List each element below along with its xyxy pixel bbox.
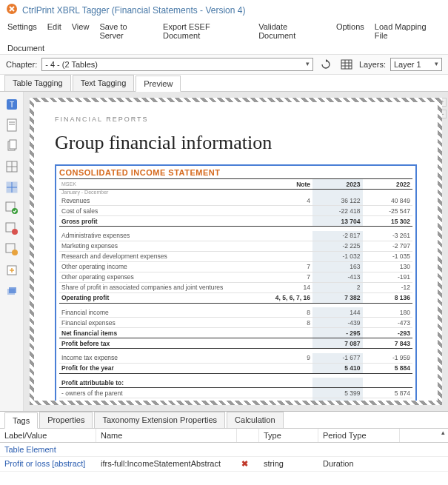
section1-title: CONSOLIDATED INCOME STATEMENT xyxy=(59,168,412,177)
bottom-tabs: Tags Properties Taxonomy Extension Prope… xyxy=(0,412,448,429)
table-row: Marketing expenses-2 225-2 797 xyxy=(59,241,412,251)
col-type[interactable]: Type xyxy=(259,429,318,442)
table-row: - non-controlling interests1110 xyxy=(59,398,412,406)
document-page[interactable]: FINANCIAL REPORTS Group financial inform… xyxy=(30,98,442,405)
svg-rect-1 xyxy=(341,60,352,69)
toolbar: Chapter: - 4 - (2 Tables) Layers: Layer … xyxy=(0,54,448,75)
row-profit-abstract-name: ifrs-full:IncomeStatementAbstract xyxy=(96,457,237,471)
tab-text-tagging[interactable]: Text Tagging xyxy=(73,75,135,91)
refresh-icon[interactable] xyxy=(318,57,334,72)
table-row: Gross profit13 70415 302 xyxy=(59,216,412,227)
bottom-panel: Tags Properties Taxonomy Extension Prope… xyxy=(0,411,448,485)
vtool-grid-icon[interactable] xyxy=(4,158,20,175)
currency-label: MSEK xyxy=(59,179,264,190)
row-profit-abstract-type: string xyxy=(259,457,318,471)
svg-point-24 xyxy=(12,250,18,255)
table-row: Operating profit4, 5, 6, 7, 167 3828 136 xyxy=(59,292,412,303)
page-eyebrow: FINANCIAL REPORTS xyxy=(55,116,417,123)
row-profit-abstract-period: Duration xyxy=(318,457,400,471)
svg-rect-12 xyxy=(10,140,16,149)
vtool-grid-warn-icon[interactable] xyxy=(4,221,20,237)
vtool-doc-icon[interactable] xyxy=(4,117,20,133)
menu-view[interactable]: View xyxy=(72,22,90,40)
table-row: Profit attributable to: xyxy=(59,378,412,388)
menu-validate[interactable]: Validate Document xyxy=(258,22,326,40)
btab-calculation[interactable]: Calculation xyxy=(227,412,283,428)
table-row: Share of profit in associated companies … xyxy=(59,282,412,292)
table-row: Profit before tax7 0877 843 xyxy=(59,338,412,349)
svg-point-22 xyxy=(12,229,18,235)
svg-rect-8 xyxy=(7,119,16,131)
table-icon[interactable] xyxy=(338,57,355,72)
table-row: - owners of the parent5 3995 874 xyxy=(59,388,412,398)
svg-text:T: T xyxy=(9,101,13,109)
table-row: Other operating income7163130 xyxy=(59,261,412,272)
btab-taxonomy[interactable]: Taxonomy Extension Properties xyxy=(94,412,225,428)
menu-edit[interactable]: Edit xyxy=(47,22,61,40)
vertical-toolbar: T xyxy=(0,92,24,411)
table-row: Financial income8144180 xyxy=(59,307,412,318)
col-period-type[interactable]: Period Type xyxy=(318,429,400,442)
btab-properties[interactable]: Properties xyxy=(39,412,93,428)
col-2022: 2022 xyxy=(363,179,413,190)
menu-options[interactable]: Options xyxy=(336,22,364,40)
menu-settings[interactable]: Settings xyxy=(7,22,37,40)
grid-header: Label/Value Name Type Period Type ▴ xyxy=(0,429,448,443)
app-logo-icon xyxy=(6,3,18,17)
grid-rows: Table Element Profit or loss [abstract] … xyxy=(0,443,448,485)
page-title: Group financial information xyxy=(55,132,417,154)
preview-area: + − FINANCIAL REPORTS Group financial in… xyxy=(24,92,448,411)
chapter-select[interactable]: - 4 - (2 Tables) xyxy=(41,58,313,71)
remove-tag-icon[interactable]: ✖ xyxy=(237,457,259,471)
menu-save-to-server[interactable]: Save to Server xyxy=(99,22,153,40)
income-statement-table: January - December MSEK Note 2023 2022 R… xyxy=(59,178,412,405)
top-tabs: Table Tagging Text Tagging Preview xyxy=(0,75,448,92)
menu-document[interactable]: Document xyxy=(0,42,448,54)
vtool-layers-icon[interactable] xyxy=(4,283,20,299)
menu-load-mapping[interactable]: Load Mapping File xyxy=(375,22,441,40)
table-row: Income tax expense9-1 677-1 959 xyxy=(59,353,412,364)
table-row: Financial expenses8-439-473 xyxy=(59,318,412,328)
tab-preview[interactable]: Preview xyxy=(136,76,181,92)
table-row: Net financial items- 295-293 xyxy=(59,328,412,338)
table-row: Research and development expenses-1 032-… xyxy=(59,251,412,261)
table-row[interactable]: Profit or loss [abstract] ifrs-full:Inco… xyxy=(0,457,448,472)
layers-select[interactable]: Layer 1 xyxy=(390,58,442,71)
row-profit-abstract-label[interactable]: Profit or loss [abstract] xyxy=(0,457,96,471)
vtool-export-icon[interactable] xyxy=(4,262,20,278)
col-2023: 2023 xyxy=(312,179,362,190)
layers-label: Layers: xyxy=(359,60,386,69)
table-row: Cost of sales-22 418-25 547 xyxy=(59,206,412,216)
main-area: T + − FINANCIAL REPORTS Group financial … xyxy=(0,92,448,411)
vtool-grid-star-icon[interactable] xyxy=(4,241,20,258)
table-row: Profit for the year5 4105 884 xyxy=(59,363,412,373)
tab-table-tagging[interactable]: Table Tagging xyxy=(4,75,71,91)
collapse-icon[interactable]: ▴ xyxy=(441,429,445,436)
col-name[interactable]: Name xyxy=(96,429,237,442)
svg-rect-27 xyxy=(9,287,16,293)
menu-export-esef[interactable]: Export ESEF Document xyxy=(163,22,248,40)
menu-bar: Settings Edit View Save to Server Export… xyxy=(0,20,448,42)
window-title-bar: CtrlPrint XBRL Tagger (Financial Stateme… xyxy=(0,0,448,20)
vtool-grid-check-icon[interactable] xyxy=(4,200,20,216)
col-note: Note xyxy=(264,179,312,190)
col-label-value[interactable]: Label/Value xyxy=(0,429,96,442)
table-row: Revenues436 12240 849 xyxy=(59,195,412,206)
vtool-copy-icon[interactable] xyxy=(4,138,20,154)
row-table-element[interactable]: Table Element xyxy=(0,443,96,456)
vtool-grid-blue-icon[interactable] xyxy=(4,179,20,195)
btab-tags[interactable]: Tags xyxy=(4,412,38,429)
table-row: Other operating expenses7-413-191 xyxy=(59,272,412,282)
chapter-label: Chapter: xyxy=(6,60,37,69)
table-row[interactable]: Table Element xyxy=(0,443,448,457)
window-title: CtrlPrint XBRL Tagger (Financial Stateme… xyxy=(22,5,245,16)
table-row: Administrative expenses-2 817-3 261 xyxy=(59,231,412,241)
vtool-tag-icon[interactable]: T xyxy=(4,96,20,113)
tagged-table-highlight[interactable]: CONSOLIDATED INCOME STATEMENT January - … xyxy=(55,164,417,405)
